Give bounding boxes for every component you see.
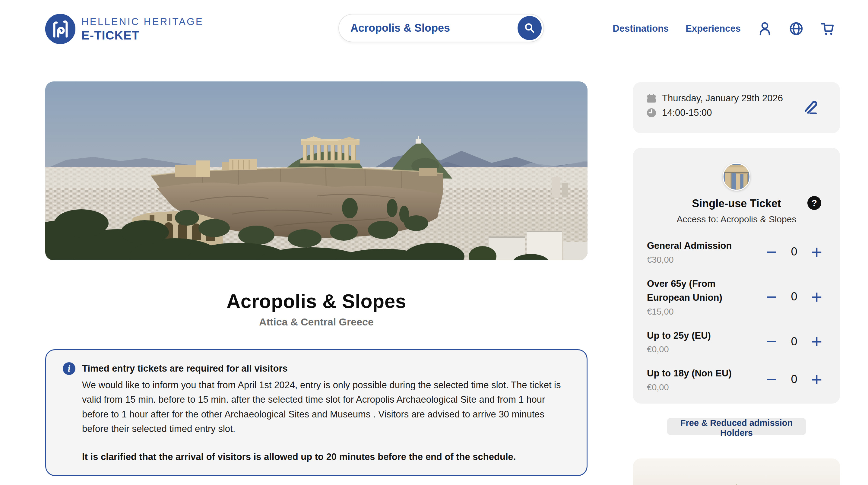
ticket-type-price: €30,00 [647, 255, 746, 265]
quantity-stepper: − 0 + [758, 370, 827, 389]
info-icon: i [63, 362, 75, 375]
quantity-stepper: − 0 + [758, 243, 827, 261]
quantity-value: 0 [782, 245, 806, 258]
ticket-row: Up to 25y (EU) €0,00 − 0 + [647, 329, 827, 355]
selected-date: Thursday, January 29th 2026 [662, 93, 783, 104]
monument-thumbnail-partial [718, 475, 754, 485]
increase-button[interactable]: + [806, 332, 827, 351]
selected-datetime-card: Thursday, January 29th 2026 14:00-15:00 [633, 82, 840, 133]
logo-text: HELLENIC HERITAGE E-TICKET [82, 16, 204, 42]
increase-button[interactable]: + [806, 287, 827, 306]
next-ticket-card-partial[interactable] [633, 458, 840, 485]
calendar-icon [646, 93, 657, 103]
columns-photo [723, 164, 750, 191]
increase-button[interactable]: + [806, 243, 827, 261]
quantity-stepper: − 0 + [758, 287, 827, 306]
help-icon[interactable]: ? [807, 196, 821, 210]
decrease-button[interactable]: − [761, 243, 782, 261]
ticket-type-label: General Admission [647, 239, 746, 253]
search-input[interactable] [339, 22, 518, 34]
ticket-type-label: Up to 18y (Non EU) [647, 366, 746, 381]
search-button[interactable] [518, 16, 542, 40]
acropolis-photo [45, 82, 588, 260]
quantity-stepper: − 0 + [758, 332, 827, 351]
clock-icon [646, 108, 657, 118]
pencil-icon [803, 99, 819, 116]
cart-icon[interactable] [820, 22, 835, 36]
search-bar [338, 14, 544, 42]
ticket-type-label: Over 65y (From European Union) [647, 277, 746, 305]
page-subtitle: Attica & Central Greece [45, 316, 588, 328]
ticket-type-price: €0,00 [647, 383, 746, 392]
selected-time: 14:00-15:00 [662, 108, 712, 118]
quantity-value: 0 [782, 290, 806, 303]
ticket-thumbnail [723, 163, 750, 191]
notice-body: We would like to inform you that from Ap… [82, 378, 568, 436]
nav-destinations[interactable]: Destinations [613, 23, 669, 34]
decrease-button[interactable]: − [761, 333, 782, 350]
ticket-row: General Admission €30,00 − 0 + [647, 239, 827, 265]
search-icon [522, 21, 537, 35]
site-logo[interactable]: HELLENIC HERITAGE E-TICKET [45, 14, 204, 44]
timed-entry-notice: i Timed entry tickets are required for a… [45, 349, 588, 476]
ticket-type-price: €0,00 [647, 344, 746, 355]
quantity-value: 0 [782, 373, 806, 386]
nav-experiences[interactable]: Experiences [685, 23, 741, 34]
logo-mark-icon [45, 14, 75, 44]
main-nav: Destinations Experiences [613, 0, 835, 57]
logo-line2: E-TICKET [82, 29, 204, 42]
edit-datetime-button[interactable] [803, 99, 819, 116]
ticket-title: Single-use Ticket [692, 197, 781, 210]
site-header: HELLENIC HERITAGE E-TICKET Destinations … [0, 0, 868, 57]
globe-icon[interactable] [789, 22, 803, 36]
decrease-button[interactable]: − [761, 288, 782, 306]
decrease-button[interactable]: − [761, 371, 782, 388]
logo-line1: HELLENIC HERITAGE [82, 16, 204, 27]
page-title: Acropolis & Slopes [45, 290, 588, 312]
ticket-type-price: €15,00 [647, 307, 746, 317]
ticket-row: Over 65y (From European Union) €15,00 − … [647, 277, 827, 317]
acropolis-hero-image [45, 82, 588, 260]
user-icon[interactable] [757, 22, 772, 36]
ticket-type-label: Up to 25y (EU) [647, 329, 746, 343]
notice-heading: Timed entry tickets are required for all… [82, 363, 288, 374]
ticket-access: Access to: Acropolis & Slopes [633, 214, 840, 224]
single-use-ticket-card: Single-use Ticket ? Access to: Acropolis… [633, 148, 840, 403]
quantity-value: 0 [782, 335, 806, 348]
notice-footer: It is clarified that the arrival of visi… [82, 450, 568, 464]
ticket-row: Up to 18y (Non EU) €0,00 − 0 + [647, 366, 827, 392]
increase-button[interactable]: + [806, 370, 827, 389]
free-reduced-admission-button[interactable]: Free & Reduced admission Holders [667, 418, 806, 435]
